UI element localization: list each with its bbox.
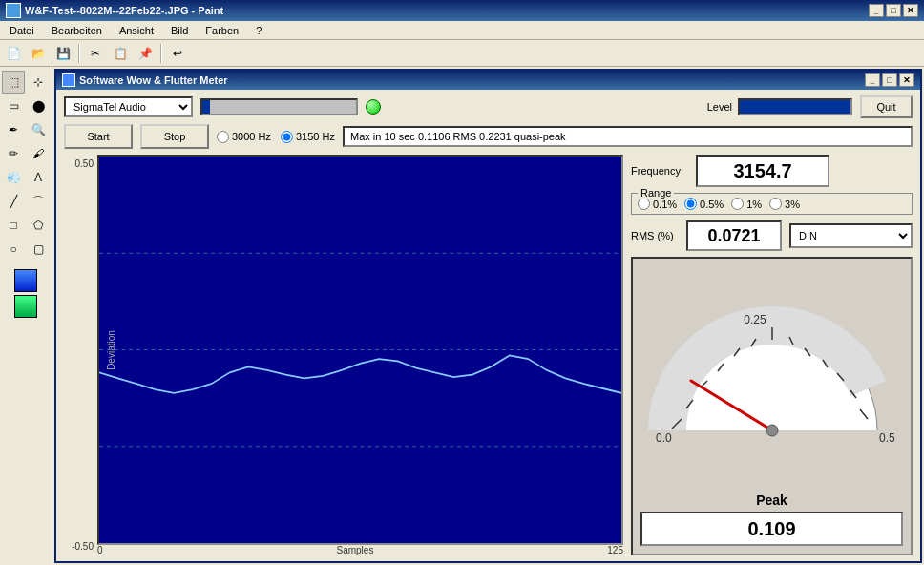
- x-label: Samples: [336, 545, 373, 555]
- line-tool[interactable]: ╱: [2, 190, 25, 213]
- gauge-label-025: 0.25: [744, 313, 766, 326]
- eyedropper-tool[interactable]: ✒: [2, 118, 25, 141]
- level-label: Level: [707, 101, 732, 113]
- rounded-rect-tool[interactable]: ▢: [27, 238, 50, 261]
- rms-value: 0.0721: [686, 220, 782, 251]
- cut-button[interactable]: ✂: [84, 42, 107, 65]
- level-section: Level: [707, 98, 852, 115]
- freq-3150-label[interactable]: 3150 Hz: [281, 131, 335, 143]
- device-select[interactable]: SigmaTel Audio: [64, 96, 193, 117]
- chart-col: Deviation: [97, 155, 623, 555]
- maximize-button[interactable]: □: [886, 4, 901, 17]
- paste-button[interactable]: 📌: [134, 42, 157, 65]
- range-05-label[interactable]: 0.5%: [684, 198, 724, 210]
- freq-3000-label[interactable]: 3000 Hz: [217, 131, 271, 143]
- range-legend: Range: [638, 187, 674, 199]
- app-icon: [6, 3, 21, 18]
- curve-tool[interactable]: ⌒: [27, 190, 50, 213]
- gauge-pivot: [766, 425, 778, 436]
- polygon-tool[interactable]: ⬠: [27, 214, 50, 237]
- inner-minimize[interactable]: _: [865, 73, 880, 87]
- range-3-radio[interactable]: [769, 198, 782, 210]
- chart-y-axis: 0.50 -0.50: [64, 155, 97, 555]
- inner-titlebar: Software Wow & Flutter Meter _ □ ✕: [56, 71, 920, 90]
- freq-group: 3000 Hz 3150 Hz: [217, 131, 335, 143]
- content-area: Software Wow & Flutter Meter _ □ ✕ Sigma…: [52, 67, 924, 565]
- menu-bearbeiten[interactable]: Bearbeiten: [46, 24, 108, 37]
- menu-bild[interactable]: Bild: [165, 24, 194, 37]
- gauge-label-05: 0.5: [879, 431, 895, 445]
- frequency-display: Frequency 3154.7: [631, 155, 913, 187]
- eraser-tool[interactable]: ▭: [2, 94, 25, 117]
- range-05-radio[interactable]: [684, 198, 697, 210]
- range-1-label[interactable]: 1%: [731, 198, 762, 210]
- frequency-value: 3154.7: [696, 155, 830, 187]
- ellipse-tool[interactable]: ○: [2, 238, 25, 261]
- undo-button[interactable]: ↩: [166, 42, 189, 65]
- range-01-text: 0.1%: [653, 199, 677, 210]
- menubar: Datei Bearbeiten Ansicht Bild Farben ?: [0, 21, 924, 40]
- quit-button[interactable]: Quit: [860, 95, 913, 118]
- chart-svg: [99, 157, 621, 543]
- y-max: 0.50: [68, 158, 94, 169]
- rms-row: RMS (%) 0.0721 DIN IEC NAB: [631, 220, 913, 251]
- inner-close[interactable]: ✕: [899, 73, 914, 87]
- inner-title: Software Wow & Flutter Meter: [79, 74, 228, 86]
- x-min: 0: [97, 545, 103, 555]
- frequency-label: Frequency: [631, 165, 688, 177]
- minimize-button[interactable]: _: [869, 4, 884, 17]
- new-button[interactable]: 📄: [2, 42, 25, 65]
- open-button[interactable]: 📂: [27, 42, 50, 65]
- toolbar-separator-2: [160, 44, 162, 63]
- zoom-tool[interactable]: 🔍: [27, 118, 50, 141]
- x-max: 125: [607, 545, 623, 555]
- app-title: W&F-Test--8022M--22Feb22-.JPG - Paint: [25, 5, 223, 16]
- color-tool-1[interactable]: [14, 269, 37, 292]
- level-bar: [738, 98, 852, 115]
- range-3-label[interactable]: 3%: [769, 198, 800, 210]
- brush-tool[interactable]: 🖌: [27, 142, 50, 165]
- save-button[interactable]: 💾: [52, 42, 74, 65]
- din-select[interactable]: DIN IEC NAB: [789, 223, 913, 248]
- chart-container: Deviation: [97, 155, 623, 545]
- copy-button[interactable]: 📋: [109, 42, 132, 65]
- range-1-radio[interactable]: [731, 198, 744, 210]
- range-1-text: 1%: [746, 199, 762, 210]
- second-row: Start Stop 3000 Hz 3150 Hz Max in 10 sec…: [64, 124, 913, 149]
- main-content: 0.50 -0.50 Deviation: [64, 155, 913, 555]
- freq-3150-text: 3150 Hz: [296, 131, 335, 142]
- gauge-svg: 0.0 0.25 0.5: [648, 306, 896, 450]
- menu-ansicht[interactable]: Ansicht: [114, 24, 159, 37]
- start-button[interactable]: Start: [64, 124, 133, 149]
- range-01-label[interactable]: 0.1%: [638, 198, 677, 210]
- freq-3000-radio[interactable]: [217, 131, 229, 143]
- range-05-text: 0.5%: [700, 199, 724, 210]
- peak-value: 0.109: [640, 512, 903, 546]
- range-01-radio[interactable]: [638, 198, 650, 210]
- select-tool[interactable]: ⬚: [2, 71, 25, 94]
- menu-datei[interactable]: Datei: [4, 24, 40, 37]
- lasso-tool[interactable]: ⊹: [27, 71, 50, 94]
- main-area: ⬚ ⊹ ▭ ⬤ ✒ 🔍 ✏ 🖌 💨 A ╱ ⌒ □ ⬠ ○ ▢: [0, 67, 924, 565]
- progress-bar: [200, 98, 358, 115]
- color-tool-2[interactable]: [14, 295, 37, 318]
- pencil-tool[interactable]: ✏: [2, 142, 25, 165]
- inner-window: Software Wow & Flutter Meter _ □ ✕ Sigma…: [54, 69, 922, 563]
- menu-farben[interactable]: Farben: [200, 24, 244, 37]
- rect-tool[interactable]: □: [2, 214, 25, 237]
- airbrush-tool[interactable]: 💨: [2, 166, 25, 189]
- menu-help[interactable]: ?: [250, 24, 267, 37]
- inner-maximize[interactable]: □: [882, 73, 897, 87]
- stop-button[interactable]: Stop: [140, 124, 209, 149]
- inner-content: SigmaTel Audio Level Quit Start Stop: [56, 90, 920, 561]
- gauge-svg-wrap: 0.0 0.25 0.5: [640, 266, 903, 489]
- y-min: -0.50: [68, 541, 94, 552]
- text-tool[interactable]: A: [27, 166, 50, 189]
- freq-3150-radio[interactable]: [281, 131, 293, 143]
- fill-tool[interactable]: ⬤: [27, 94, 50, 117]
- gauge-label-0: 0.0: [656, 431, 672, 445]
- range-options: 0.1% 0.5% 1%: [638, 198, 906, 210]
- progress-bar-fill: [202, 100, 210, 114]
- range-3-text: 3%: [785, 199, 800, 210]
- close-button[interactable]: ✕: [903, 4, 918, 17]
